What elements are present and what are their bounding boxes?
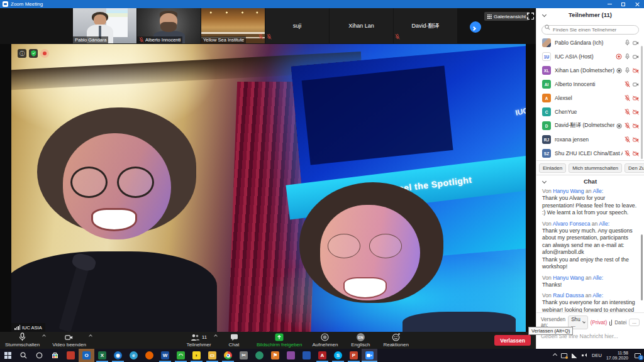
person-right-glasses (369, 234, 402, 258)
chevron-up-icon[interactable] (214, 334, 218, 338)
mic-muted-icon (625, 95, 630, 101)
participants-header: Teilnehmer (11) (536, 8, 644, 21)
participants-icon (191, 334, 200, 341)
person-left-glasses (70, 167, 108, 198)
participant-name: Shu ZHU ICLEI China/East Asia (555, 150, 623, 156)
participant-search-input[interactable] (541, 25, 639, 35)
participant-avatar (542, 38, 551, 47)
toolbar-item-reactions[interactable]: Reaktionen (383, 332, 408, 349)
participant-row[interactable]: CChenYue (536, 105, 644, 119)
share-screen-icon (275, 333, 284, 341)
participant-row[interactable]: XLXihan Lan (Dolmetscher) (536, 63, 644, 77)
file-icon[interactable] (609, 319, 612, 326)
toolbar-item-label: Aufnehmen (312, 342, 338, 348)
participant-row[interactable]: 1UIUC ASIA (Host) (536, 50, 644, 63)
participant-row[interactable]: DDavid-翻译 (Dolmetscher) (536, 119, 644, 133)
toolbar-item-participants[interactable]: 11Teilnehmer (186, 332, 211, 349)
chat-more-button[interactable]: ... (629, 319, 640, 326)
tray-expand-icon[interactable] (553, 353, 557, 358)
panel-action-button[interactable]: Einladen (539, 163, 566, 173)
toolbar-item-mute[interactable]: Stummschalten (5, 332, 40, 349)
collapse-participants-icon[interactable] (542, 13, 547, 17)
audio-channel-icon (616, 123, 622, 129)
file-explorer-icon[interactable]: ▭ (204, 349, 220, 362)
mic-muted-icon (625, 109, 630, 115)
chat-message-meta: Von Hanyu Wang an Alle: (542, 275, 638, 281)
chat-icon (230, 334, 238, 341)
cortana-icon[interactable] (31, 349, 47, 362)
panel-action-button[interactable]: Den Zuschauern gestat (625, 163, 644, 173)
network-icon[interactable] (572, 353, 577, 358)
search-icon[interactable] (16, 349, 31, 362)
thumbnail-name: suji (265, 23, 329, 29)
volume-icon[interactable] (582, 353, 587, 358)
toolbar-item-record[interactable]: Aufnehmen (312, 332, 338, 349)
video-thumbnail[interactable]: Yellow Sea Institute (201, 8, 265, 43)
zoom-icon[interactable] (362, 349, 377, 362)
video-thumbnail[interactable]: David-翻译 (394, 8, 457, 43)
action-center-icon[interactable]: 3 (635, 353, 641, 358)
word-icon[interactable]: W (157, 349, 173, 362)
mail-app-icon[interactable] (63, 349, 79, 362)
participants-scrollbar[interactable] (641, 46, 643, 159)
flag-app-icon[interactable]: ⚑ (267, 349, 283, 362)
clock[interactable]: 11:58 17.09.2020 (606, 351, 628, 361)
gallery-view-button[interactable]: Galerieansicht (484, 12, 529, 21)
minimize-button[interactable] (602, 0, 616, 8)
outlook-icon[interactable]: O (79, 349, 94, 362)
leave-meeting-button[interactable]: Verlassen (494, 335, 531, 346)
paint-app-icon[interactable] (283, 349, 299, 362)
video-thumbnail[interactable]: Xihan Lan (330, 8, 393, 43)
onedrive-icon[interactable]: ◉ (110, 349, 126, 362)
snipping-tool-icon[interactable]: ✂ (236, 349, 252, 362)
excel-icon[interactable]: X (94, 349, 110, 362)
next-participants-arrow[interactable] (470, 21, 481, 33)
toolbar-item-chat[interactable]: Chat (221, 332, 247, 349)
video-thumbnail[interactable]: suji (265, 8, 329, 43)
file-label[interactable]: Datei (614, 320, 626, 326)
start-button[interactable] (0, 349, 16, 362)
participant-row[interactable]: SZShu ZHU ICLEI China/East Asia (536, 146, 644, 160)
participant-name: roxana jensen (555, 136, 623, 143)
toolbar-item-language[interactable]: ENEnglisch (348, 332, 373, 349)
powerpoint-icon[interactable]: P (346, 349, 362, 362)
thumbnail-name: Pablo Gándara (73, 36, 108, 43)
maximize-button[interactable] (616, 0, 630, 8)
recording-indicator[interactable] (40, 49, 49, 58)
participant-name: Alexsel (555, 95, 623, 101)
close-button[interactable] (630, 0, 644, 8)
toolbar-item-video[interactable]: Video beenden (52, 332, 86, 349)
toolbar-item-label: Video beenden (52, 342, 86, 348)
video-thumbnail[interactable]: Alberto Innocenti (137, 8, 201, 43)
participant-row[interactable]: AAlexsel (536, 91, 644, 105)
video-thumbnail[interactable]: Pablo Gándara (73, 8, 136, 43)
panel-action-button[interactable]: Mich stummschalten (569, 163, 622, 173)
participant-row[interactable]: RJroxana jensen (536, 133, 644, 146)
chevron-up-icon[interactable] (89, 334, 92, 338)
chat-title: Chat (584, 178, 597, 185)
chrome-icon[interactable] (220, 349, 236, 362)
skype-icon[interactable]: S (330, 349, 346, 362)
store-icon[interactable] (47, 349, 63, 362)
toolbar-item-share[interactable]: Bildschirm freigeben (257, 332, 302, 349)
chevron-up-icon[interactable] (42, 334, 46, 338)
keyboard-language[interactable]: DEU (592, 353, 602, 358)
person-right-body (402, 312, 516, 332)
participant-row[interactable]: Pablo Gándara (Ich) (536, 36, 644, 50)
person-left-smile (91, 208, 138, 231)
encryption-shield-icon[interactable] (29, 49, 38, 58)
chat-scrollbar[interactable] (641, 234, 643, 300)
firefox-icon[interactable] (142, 349, 157, 362)
wechat-icon[interactable]: ◠ (173, 349, 189, 362)
kakaotalk-icon[interactable]: ◗ (189, 349, 204, 362)
earth-app-icon[interactable] (252, 349, 267, 362)
privacy-label: (Privat) (591, 320, 607, 326)
notification-device-icon[interactable] (561, 353, 567, 358)
participant-row[interactable]: AIAlberto Innocenti (536, 77, 644, 91)
meeting-info-icon[interactable]: ⓘ (18, 49, 26, 58)
edge-icon[interactable]: e (126, 349, 142, 362)
acrobat-icon[interactable]: A (314, 349, 330, 362)
collapse-chat-icon[interactable] (542, 179, 547, 184)
blue-app-icon[interactable] (299, 349, 314, 362)
fullscreen-icon[interactable] (527, 13, 534, 19)
